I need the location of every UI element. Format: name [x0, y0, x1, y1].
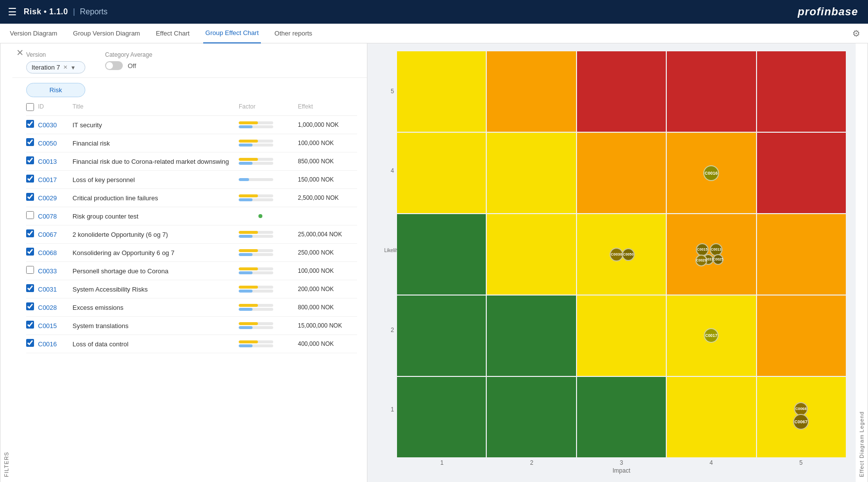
x-label-1: 1	[427, 459, 457, 466]
x-label-4: 4	[696, 459, 726, 466]
matrix-cell-l3-i1	[397, 214, 486, 295]
tab-version-diagram[interactable]: Version Diagram	[8, 24, 59, 43]
table-row: C0017Loss of key personnel150,000 NOK	[26, 171, 357, 189]
tab-group-version-diagram[interactable]: Group Version Diagram	[71, 24, 142, 43]
effekt-value: 2,500,000 NOK	[298, 194, 357, 201]
settings-icon[interactable]: ⚙	[852, 28, 860, 39]
y-label-2: 2	[384, 327, 394, 334]
row-checkbox[interactable]	[26, 248, 34, 256]
factor-bar	[239, 211, 298, 221]
risk-bubble-C0050[interactable]: C0050	[622, 248, 635, 261]
row-id[interactable]: C0050	[38, 140, 72, 147]
category-average-toggle[interactable]	[105, 61, 123, 70]
row-checkbox[interactable]	[26, 229, 34, 237]
version-clear-icon[interactable]: ✕	[63, 64, 68, 71]
row-checkbox[interactable]	[26, 175, 34, 183]
chevron-down-icon[interactable]: ▼	[71, 65, 76, 71]
row-title: Financial risk due to Corona-related mar…	[72, 158, 239, 165]
row-checkbox[interactable]	[26, 156, 34, 164]
row-title: Financial risk	[72, 140, 239, 147]
effekt-value: 200,000 NOK	[298, 286, 357, 293]
matrix-cell-l1-i3	[577, 377, 666, 457]
row-checkbox[interactable]	[26, 193, 34, 201]
row-id[interactable]: C0031	[38, 286, 72, 293]
matrix-cell-l2-i2	[487, 296, 576, 376]
row-checkbox[interactable]	[26, 211, 34, 219]
risk-matrix: 5 4 Likelihood 3 2 1 C0016C0015C0013C003…	[377, 51, 846, 474]
row-title: Konsolidering av Opportunity 6 og 7	[72, 249, 239, 257]
tab-other-reports[interactable]: Other reports	[273, 24, 315, 43]
table-body: C0030IT security 1,000,000 NOKC0050Finan…	[26, 116, 357, 353]
risk-bubble-C0017[interactable]: C0017	[704, 328, 719, 343]
row-id[interactable]: C0029	[38, 194, 72, 202]
nav-reports: Reports	[80, 7, 108, 16]
row-checkbox[interactable]	[26, 266, 34, 274]
factor-bar	[239, 302, 298, 312]
row-checkbox[interactable]	[26, 302, 34, 310]
matrix-cell-l2-i5	[757, 296, 846, 376]
row-checkbox[interactable]	[26, 138, 34, 146]
row-id[interactable]: C0015	[38, 322, 72, 330]
effekt-value: 150,000 NOK	[298, 176, 357, 183]
table-row: C0033Personell shortage due to Corona 10…	[26, 262, 357, 280]
row-checkbox[interactable]	[26, 284, 34, 292]
factor-bar	[239, 193, 298, 203]
row-checkbox[interactable]	[26, 339, 34, 347]
row-id[interactable]: C0017	[38, 176, 72, 184]
matrix-cell-l4-i3	[577, 133, 666, 213]
risk-bubble-C0016[interactable]: C0016	[703, 165, 719, 181]
row-id[interactable]: C0068	[38, 249, 72, 257]
row-id[interactable]: C0013	[38, 158, 72, 165]
effekt-value: 250,000 NOK	[298, 249, 357, 256]
factor-bar	[239, 321, 298, 331]
matrix-cell-l2-i1	[397, 296, 486, 376]
risk-bubble-C0067[interactable]: C0067	[793, 414, 809, 430]
table-row: C0050Financial risk 100,000 NOK	[26, 134, 357, 152]
risk-bubble-C0030[interactable]: C0030	[610, 248, 623, 261]
table-row: C0028Excess emissions 800,000 NOK	[26, 298, 357, 317]
effekt-value: 100,000 NOK	[298, 267, 357, 274]
row-title: IT security	[72, 121, 239, 129]
table-row: C0013Financial risk due to Corona-relate…	[26, 152, 357, 171]
version-select[interactable]: Iteration 7 ✕ ▼	[26, 61, 85, 74]
select-all-checkbox[interactable]	[26, 103, 34, 111]
table-row: C0078Risk group counter test	[26, 207, 357, 225]
row-id[interactable]: C0030	[38, 121, 72, 129]
hamburger-menu[interactable]: ☰	[8, 6, 17, 18]
table-header: ID Title Factor Effekt	[26, 100, 357, 116]
row-checkbox[interactable]	[26, 321, 34, 329]
x-label-3: 3	[607, 459, 636, 466]
row-id[interactable]: C0078	[38, 213, 72, 220]
effekt-value: 400,000 NOK	[298, 340, 357, 347]
effekt-value: 1,000,000 NOK	[298, 121, 357, 128]
close-icon[interactable]: ✕	[16, 47, 24, 58]
row-id[interactable]: C0028	[38, 304, 72, 311]
matrix-cell-l1-i4	[667, 377, 756, 457]
risk-button[interactable]: Risk	[26, 83, 85, 97]
matrix-cell-l4-i1	[397, 133, 486, 213]
row-title: System translations	[72, 322, 239, 330]
matrix-cell-l3-i2	[487, 214, 576, 295]
matrix-cell-l5-i2	[487, 51, 576, 132]
y-label-4: 4	[384, 167, 394, 174]
left-panel: ✕ Version Iteration 7 ✕ ▼ Category Avera…	[12, 43, 367, 482]
row-id[interactable]: C0067	[38, 231, 72, 238]
factor-bar	[239, 229, 298, 239]
row-id[interactable]: C0033	[38, 267, 72, 275]
col-title: Title	[72, 103, 239, 112]
version-value: Iteration 7	[32, 64, 60, 71]
row-checkbox[interactable]	[26, 120, 34, 128]
factor-bar	[239, 266, 298, 276]
risk-bubble-C0029[interactable]: C0029	[695, 255, 707, 266]
table-row: C0016Loss of data control 400,000 NOK	[26, 335, 357, 353]
matrix-cell-l4-i2	[487, 133, 576, 213]
risk-bubble-C0025[interactable]: C0025	[713, 254, 723, 265]
effekt-value: 15,000,000 NOK	[298, 322, 357, 329]
matrix-cell-l1-i2	[487, 377, 576, 457]
row-id[interactable]: C0016	[38, 340, 72, 348]
x-axis-labels: 1 2 3 4 5	[397, 459, 846, 466]
row-title: Loss of key personnel	[72, 176, 239, 184]
tab-group-effect-chart[interactable]: Group Effect Chart	[203, 24, 260, 43]
tab-effect-chart[interactable]: Effect Chart	[154, 24, 191, 43]
filters-sidebar-label: FILTERS	[0, 43, 12, 482]
